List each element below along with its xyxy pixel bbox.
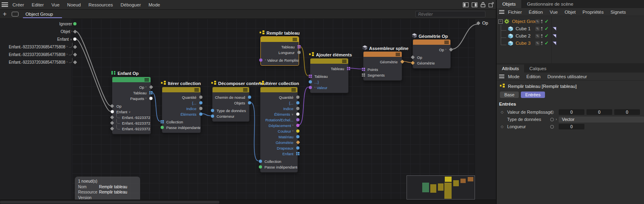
layer-tag-icon[interactable] — [552, 41, 557, 46]
tree-label[interactable]: Cube 2 — [516, 33, 530, 38]
port-g-om-trie[interactable]: Géométrie — [260, 139, 297, 145]
port-indice[interactable]: Indice — [162, 106, 200, 111]
menu-fichier[interactable]: Fichier — [508, 10, 522, 15]
node-menu-icon[interactable] — [291, 88, 296, 92]
group-input-enfant-9223372036854775808[interactable]: Enfant.-9223372036854775808› — [0, 43, 76, 50]
enabled-check-icon[interactable]: ✓ — [545, 19, 549, 24]
diamond-port-icon[interactable] — [73, 29, 77, 33]
group-input-enfant-9223372036854775808[interactable]: Enfant.-9223372036854775808› — [0, 58, 76, 66]
expand-arrow-icon[interactable]: › — [445, 48, 446, 51]
layer-tag-icon[interactable] — [552, 27, 557, 31]
circle-port-icon[interactable] — [73, 37, 76, 41]
node-header[interactable] — [112, 77, 151, 82]
port-x[interactable]: ...} — [310, 79, 348, 85]
main-menu-icon[interactable] — [2, 2, 8, 7]
expand-arrow-icon[interactable]: › — [554, 117, 559, 121]
node-iterer-1[interactable]: Itérer collectionQuantité{...IndiceÉléme… — [162, 87, 201, 133]
datatype-dropdown[interactable]: Vector — [559, 117, 644, 123]
circle-port-icon[interactable] — [296, 112, 299, 116]
value-field[interactable]: 0 — [559, 124, 584, 129]
menu-vue[interactable]: Vue — [52, 2, 60, 7]
node-enfant-op[interactable]: Enfant OpOp›TableauPaquets›OpEnfant∨Enfa… — [112, 77, 151, 134]
diamond-port-icon[interactable] — [110, 127, 114, 131]
circle-port-icon[interactable] — [248, 96, 251, 99]
port-op[interactable]: Op — [413, 54, 450, 60]
port-tableau[interactable]: Tableau — [310, 66, 348, 71]
menu-dition[interactable]: Édition — [529, 10, 543, 15]
circle-port-icon[interactable] — [296, 146, 299, 150]
node-remplir[interactable]: Remplir tableauTableauLongueur›Valeur de… — [260, 36, 299, 66]
group-input-ignorer[interactable]: Ignorer — [0, 20, 76, 27]
node-header[interactable] — [260, 87, 297, 92]
node-menu-icon[interactable] — [444, 41, 449, 44]
collapse-caret-icon[interactable]: ∨ — [70, 38, 72, 41]
port-conteneur[interactable]: Conteneur — [213, 113, 249, 119]
add-tab-icon[interactable]: + — [3, 11, 6, 17]
circle-port-icon[interactable] — [296, 129, 299, 133]
expand-arrow-icon[interactable]: › — [292, 129, 293, 133]
expand-arrow-icon[interactable]: › — [145, 85, 147, 89]
tab-shape-icon[interactable] — [12, 12, 19, 17]
port-tableau[interactable]: Tableau — [261, 44, 299, 50]
value-field[interactable]: 0 — [614, 109, 640, 115]
circle-port-icon[interactable] — [211, 114, 214, 118]
edit-toggle-icon[interactable]: ✎ — [535, 41, 540, 46]
panel-menu-icon[interactable] — [499, 75, 504, 78]
port-op[interactable]: Op› — [112, 84, 151, 90]
node-menu-icon[interactable] — [342, 60, 347, 63]
expand-arrow-icon[interactable]: › — [145, 97, 147, 100]
circle-port-icon[interactable] — [199, 107, 202, 110]
scrollbar-thumb[interactable] — [0, 201, 219, 204]
tree-row-cube-3[interactable]: Cube 3✎✓ — [497, 40, 644, 47]
connect-ring-icon[interactable] — [550, 118, 554, 121]
menu-vue[interactable]: Vue — [550, 10, 558, 15]
menu-d-boguer[interactable]: Déboguer — [120, 2, 141, 7]
port-rotation-echel[interactable]: Rotation/Echel... — [260, 117, 297, 123]
grid-port-icon[interactable] — [149, 91, 153, 94]
value-field[interactable]: 0 — [559, 109, 584, 115]
grid-port-icon[interactable] — [347, 67, 350, 70]
layer-tag-icon[interactable] — [552, 34, 557, 38]
circle-port-icon[interactable] — [259, 58, 262, 62]
tree-row-object-group[interactable]: −Object Group✎✓ — [497, 18, 644, 25]
expand-arrow-icon[interactable]: › — [71, 30, 72, 33]
connect-ring-icon[interactable] — [550, 110, 554, 114]
diamond-port-icon[interactable] — [73, 60, 77, 64]
tab-gestionnaire-de-sc-ne[interactable]: Gestionnaire de scène — [521, 0, 579, 8]
enabled-check-icon[interactable]: ✓ — [545, 40, 549, 46]
port-enfant-9223372[interactable]: Enfant.-9223372... — [112, 126, 151, 131]
collapse-caret-icon[interactable]: ∨ — [128, 110, 130, 113]
diamond-port-icon[interactable] — [149, 85, 153, 89]
connect-ring-icon[interactable] — [550, 125, 554, 129]
port-objets[interactable]: Objets — [213, 100, 249, 106]
circle-port-icon[interactable] — [309, 80, 312, 83]
expand-arrow-icon[interactable]: › — [292, 124, 293, 127]
grid-port-icon[interactable] — [296, 152, 299, 155]
tab-attributs[interactable]: Attributs — [497, 65, 524, 73]
grid-port-icon[interactable] — [362, 68, 365, 71]
port-x[interactable]: {... — [162, 100, 200, 106]
grid-port-icon[interactable] — [309, 75, 312, 78]
tab-calques[interactable]: Calques — [524, 65, 551, 73]
panel-menu-icon[interactable] — [499, 10, 504, 14]
port-tableau[interactable]: Tableau — [112, 90, 151, 96]
node-menu-icon[interactable] — [243, 88, 248, 92]
circle-port-icon[interactable] — [309, 86, 312, 89]
edit-toggle-icon[interactable]: ✎ — [535, 34, 540, 38]
port-longueur[interactable]: Longueur — [261, 50, 299, 55]
expand-arrow-icon[interactable]: › — [66, 53, 68, 56]
grid-port-icon[interactable] — [362, 73, 365, 77]
port-op[interactable]: Op — [112, 103, 151, 109]
view-button-entr-es[interactable]: Entrées — [521, 92, 545, 98]
menu-propri-t-s[interactable]: Propriétés — [582, 10, 603, 15]
circle-port-icon[interactable] — [149, 97, 153, 100]
tree-label[interactable]: Cube 1 — [516, 26, 530, 31]
port-op[interactable]: Op› — [413, 47, 450, 52]
diamond-port-icon[interactable] — [411, 55, 415, 59]
circle-port-icon[interactable] — [161, 126, 164, 129]
tab-objets[interactable]: Objets — [497, 0, 521, 8]
diamond-port-icon[interactable] — [110, 115, 114, 119]
circle-port-icon[interactable] — [259, 160, 262, 163]
split-left-icon[interactable] — [463, 2, 469, 7]
circle-port-icon[interactable] — [248, 101, 251, 104]
